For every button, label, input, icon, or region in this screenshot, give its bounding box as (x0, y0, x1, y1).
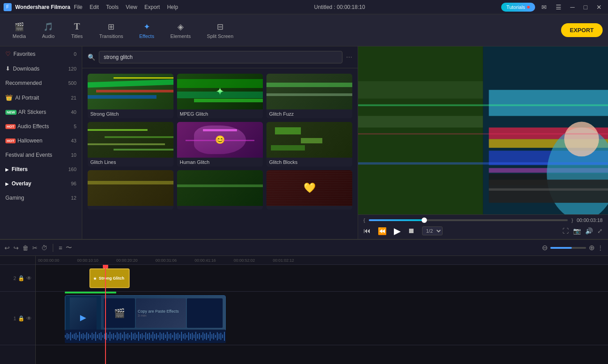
svg-rect-95 (197, 334, 198, 339)
snapshot-icon[interactable]: 📷 (573, 227, 581, 234)
track-2-lock-icon[interactable]: 🔒 (18, 275, 25, 281)
undo-button[interactable]: ↩ (4, 244, 10, 251)
svg-rect-54 (124, 332, 125, 341)
fullscreen-preview-icon[interactable]: ⛶ (562, 227, 569, 234)
menu-export[interactable]: Export (144, 4, 160, 10)
ratio-select[interactable]: 1/2 1/1 1/4 (422, 226, 443, 235)
menu-help[interactable]: Help (167, 4, 178, 10)
audio-icon: 🎵 (43, 22, 53, 32)
effect-card-8[interactable] (177, 170, 263, 209)
svg-rect-96 (199, 333, 200, 339)
track-1-number: 1 (13, 316, 16, 321)
sidebar-item-favorites[interactable]: ♡ Favorites 0 (0, 46, 82, 61)
transitions-label: Transitions (99, 33, 123, 39)
svg-rect-68 (149, 333, 150, 340)
delete-button[interactable]: 🗑 (22, 244, 29, 251)
toolbar-effects[interactable]: ✦ Effects (132, 18, 161, 42)
effect-card-glitch-fuzz[interactable]: Glitch Fuzz (266, 74, 352, 118)
strong-glitch-label: Strong Glitch (88, 109, 173, 118)
effect-clip-strong-glitch[interactable]: ★ Strong Glitch (89, 268, 130, 288)
redo-button[interactable]: ↪ (13, 244, 19, 251)
effect-card-9[interactable]: 💛 (266, 170, 352, 209)
track-2-eye-icon[interactable]: 👁 (26, 275, 32, 281)
play-button[interactable]: ▶ (394, 226, 401, 236)
timecode-4: 00:00:41:16 (194, 258, 216, 263)
zoom-in-icon[interactable]: ⊕ (589, 243, 595, 252)
split-screen-icon: ⊟ (217, 22, 224, 32)
export-button[interactable]: EXPORT (561, 23, 603, 37)
effect-card-human-glitch[interactable]: 😊 Human Glitch (177, 122, 263, 167)
waveform-button[interactable]: 〜 (66, 244, 72, 252)
zoom-track[interactable] (550, 247, 586, 249)
effect-card-glitch-lines[interactable]: Glitch Lines (88, 122, 173, 167)
notification-button[interactable]: ✉ (539, 3, 549, 12)
sidebar-item-festival[interactable]: Festival and Events 10 (0, 148, 82, 162)
minimize-button[interactable]: ─ (568, 3, 578, 12)
search-input[interactable] (99, 51, 342, 63)
toolbar-split-screen[interactable]: ⊟ Split Screen (200, 18, 241, 42)
effect-card-strong-glitch[interactable]: Strong Glitch (88, 74, 173, 118)
step-back-button[interactable]: ⏪ (378, 227, 387, 235)
sidebar-item-filters[interactable]: ▶ Filters 160 (0, 162, 82, 176)
track-1-eye-icon[interactable]: 👁 (26, 315, 32, 322)
sidebar-item-overlay[interactable]: ▶ Overlay 96 (0, 176, 82, 191)
effect-card-7[interactable] (88, 170, 173, 209)
zoom-out-icon[interactable]: ⊖ (542, 243, 548, 252)
svg-rect-21 (65, 335, 66, 338)
toolbar-titles[interactable]: T Titles (63, 18, 90, 42)
svg-rect-58 (131, 332, 132, 340)
fit-timeline-icon[interactable]: ⋮ (597, 244, 604, 251)
menu-view[interactable]: View (126, 4, 137, 10)
svg-rect-57 (129, 335, 130, 338)
sidebar-item-ai-portrait[interactable]: 👑 AI Portrait 21 (0, 90, 82, 105)
maximize-button[interactable]: □ (581, 3, 590, 12)
svg-rect-19 (489, 188, 608, 191)
menu-edit[interactable]: Edit (89, 4, 99, 10)
volume-icon[interactable]: 🔊 (585, 227, 593, 234)
track-label-1: 1 🔒 👁 (0, 292, 35, 345)
app-icon: F (4, 3, 12, 11)
toolbar-transitions[interactable]: ⊞ Transitions (92, 18, 130, 42)
svg-rect-104 (213, 333, 214, 339)
close-button[interactable]: ✕ (594, 3, 604, 12)
effect-card-mpeg-glitch[interactable]: ✦ MPEG Glitch (177, 74, 263, 118)
toolbar-media[interactable]: 🎬 Media (5, 18, 33, 42)
sidebar-item-audio-effects[interactable]: HOT Audio Effects 5 (0, 119, 82, 134)
track-1-lock-icon[interactable]: 🔒 (18, 315, 25, 322)
favorites-label: Favorites (13, 51, 74, 57)
toolbar-divider (53, 244, 53, 252)
svg-rect-101 (208, 335, 209, 338)
svg-rect-50 (117, 332, 118, 340)
svg-rect-93 (194, 335, 194, 338)
sidebar-item-recommended[interactable]: Recommended 500 (0, 76, 82, 90)
progress-track[interactable] (369, 219, 568, 221)
stop-button[interactable]: ⏹ (408, 227, 415, 235)
track-2-number: 2 (13, 276, 16, 281)
toolbar-elements[interactable]: ◈ Elements (163, 18, 198, 42)
trim-button[interactable]: ⏱ (41, 244, 47, 251)
svg-rect-40 (99, 333, 100, 339)
sidebar-item-downloads[interactable]: ⬇ Downloads 120 (0, 61, 82, 76)
tutorials-button[interactable]: Tutorials (501, 3, 535, 12)
skip-back-button[interactable]: ⏮ (363, 227, 371, 235)
menu-button[interactable]: ☰ (553, 3, 564, 12)
favorites-icon: ♡ (5, 50, 11, 57)
effect-card-glitch-blocks[interactable]: Glitch Blocks (266, 122, 352, 167)
svg-rect-55 (126, 334, 127, 339)
menu-tools[interactable]: Tools (106, 4, 118, 10)
glitch-lines-label: Glitch Lines (88, 158, 173, 167)
audio-settings-button[interactable]: ≡ (59, 244, 62, 251)
svg-rect-43 (104, 334, 105, 339)
cut-button[interactable]: ✂ (32, 244, 38, 251)
svg-rect-17 (358, 162, 608, 164)
sidebar-item-gaming[interactable]: Gaming 12 (0, 191, 82, 205)
grid-options-icon[interactable]: ⋯ (346, 54, 352, 61)
menu-file[interactable]: File (74, 4, 82, 10)
sidebar-item-halloween[interactable]: HOT Halloween 43 (0, 134, 82, 148)
fit-icon[interactable]: ⤢ (597, 227, 603, 234)
toolbar-audio[interactable]: 🎵 Audio (35, 18, 62, 42)
svg-rect-3 (358, 116, 483, 128)
track-row-1: ▶ 🎬 (36, 292, 608, 345)
sidebar-item-ar-stickers[interactable]: NEW AR Stickers 40 (0, 105, 82, 119)
svg-rect-42 (102, 335, 103, 338)
